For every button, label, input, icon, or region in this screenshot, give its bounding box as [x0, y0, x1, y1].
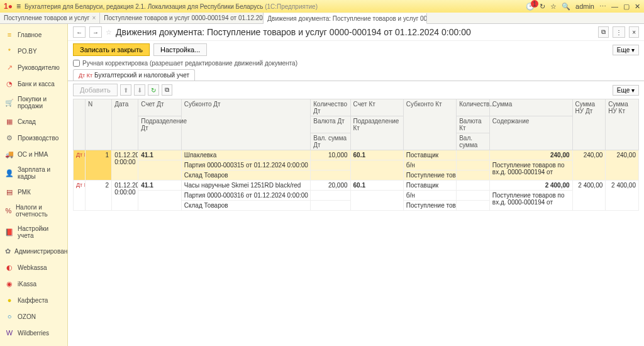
refresh-button[interactable]: ↻: [148, 84, 159, 96]
sidebar-item-label: Настройки учета: [18, 225, 62, 239]
more-button[interactable]: Еще ▾: [613, 45, 639, 55]
user-label[interactable]: admin: [575, 3, 594, 10]
sidebar-item-label: Зарплата и кадры: [18, 166, 62, 180]
sidebar-item-16[interactable]: ○OZON: [0, 308, 67, 325]
titlebar: 1● ≡ Бухгалтерия для Беларуси, редакция …: [0, 0, 644, 13]
command-bar: Записать и закрыть Настройка... Еще ▾: [68, 41, 644, 59]
sidebar-item-label: Wildberries: [18, 330, 49, 337]
sidebar-item-1[interactable]: *PO.BY: [0, 43, 67, 59]
settings-button[interactable]: Настройка...: [153, 43, 207, 56]
minimize-icon[interactable]: —: [611, 3, 618, 10]
sidebar-item-8[interactable]: 👤Зарплата и кадры: [0, 162, 67, 184]
производство-icon: ⚙: [5, 133, 14, 142]
tab-1[interactable]: Поступление товаров и услуг 0000-000194 …: [100, 13, 264, 23]
ос и нма-icon: 🚚: [5, 150, 14, 159]
рмк-icon: ▤: [5, 187, 14, 196]
sidebar-item-14[interactable]: ◉iKassa: [0, 276, 67, 292]
manual-edit-checkbox-row: Ручная корректировка (разрешает редактир…: [68, 59, 644, 68]
more-actions-icon[interactable]: ⋮: [613, 26, 625, 38]
настройки учета-icon: 📕: [5, 228, 14, 237]
sidebar-item-6[interactable]: ⚙Производство: [0, 130, 67, 146]
sidebar-item-label: Webkassa: [18, 264, 47, 271]
ozon-icon: ○: [5, 312, 14, 321]
sidebar-item-2[interactable]: ↗Руководителю: [0, 59, 67, 75]
sidebar-item-9[interactable]: ▤РМК: [0, 184, 67, 200]
sidebar-item-label: Покупки и продажи: [18, 96, 62, 109]
content-area: ← → ☆ Движения документа: Поступление то…: [68, 24, 644, 346]
app-logo-icon: 1●: [4, 2, 13, 11]
sidebar-item-label: Главное: [18, 31, 42, 38]
sidebar-item-10[interactable]: %Налоги и отчетность: [0, 200, 67, 221]
sidebar: ≡Главное*PO.BY↗Руководителю◔Банк и касса…: [0, 24, 68, 346]
title-right-controls: 🕑1 ↻ ☆ 🔍 admin ⋯ — ▢ ✕: [526, 3, 640, 11]
sidebar-item-5[interactable]: ▦Склад: [0, 113, 67, 130]
close-icon[interactable]: ✕: [635, 3, 640, 11]
зарплата и кадры-icon: 👤: [5, 169, 14, 177]
sidebar-item-label: РМК: [18, 189, 31, 196]
app-title: Бухгалтерия для Беларуси, редакция 2.1. …: [25, 3, 522, 10]
manual-edit-checkbox[interactable]: [73, 60, 80, 67]
options-icon[interactable]: ⋯: [599, 3, 606, 11]
table-row[interactable]: Дт Кт201.12.2024 0:00:0041.1Часы наручны…: [74, 181, 639, 191]
subtab-accounting[interactable]: Дт КтБухгалтерский и налоговый учет: [73, 69, 195, 81]
склад-icon: ▦: [5, 117, 14, 126]
главное-icon: ≡: [5, 30, 14, 39]
table-row[interactable]: Партия 0000-000316 от 01.12.2024 0:00:00…: [74, 191, 639, 201]
star-icon[interactable]: ☆: [106, 28, 112, 36]
sidebar-item-label: Каффеста: [18, 297, 48, 304]
po.by-icon: *: [5, 47, 14, 55]
close-icon[interactable]: ×: [629, 26, 639, 38]
nav-back-button[interactable]: ←: [73, 26, 86, 38]
руководителю-icon: ↗: [5, 63, 14, 72]
tab-0[interactable]: Поступление товаров и услуг×: [0, 13, 100, 23]
menu-icon[interactable]: ≡: [16, 2, 21, 11]
wildberries-icon: W: [5, 328, 14, 337]
move-down-button[interactable]: ⬇: [134, 84, 145, 96]
grid-more-button[interactable]: Еще ▾: [613, 85, 639, 96]
sidebar-item-label: Администрирование: [14, 248, 68, 255]
move-up-button[interactable]: ⬆: [120, 84, 131, 96]
sidebar-item-label: Налоги и отчетность: [16, 204, 62, 218]
sidebar-item-label: ОС и НМА: [18, 151, 48, 158]
table-row[interactable]: Дт Кт101.12.2024 0:00:0041.1Шпаклевка10,…: [74, 150, 639, 160]
банк и касса-icon: ◔: [5, 79, 14, 88]
sidebar-item-0[interactable]: ≡Главное: [0, 26, 67, 43]
sidebar-item-label: OZON: [18, 313, 36, 320]
manual-edit-label: Ручная корректировка (разрешает редактир…: [82, 60, 297, 67]
sidebar-item-7[interactable]: 🚚ОС и НМА: [0, 146, 67, 162]
document-header: ← → ☆ Движения документа: Поступление то…: [68, 24, 644, 41]
sidebar-item-3[interactable]: ◔Банк и касса: [0, 75, 67, 92]
sidebar-item-label: Склад: [18, 118, 36, 125]
copy-button[interactable]: ⧉: [162, 84, 172, 96]
tab-2[interactable]: Движения документа: Поступление товаров …: [264, 13, 427, 24]
налоги и отчетность-icon: %: [5, 206, 12, 215]
subtabbar: Дт КтБухгалтерский и налоговый учет: [68, 69, 644, 81]
sidebar-item-15[interactable]: ●Каффеста: [0, 292, 67, 308]
администрирование-icon: ✿: [5, 247, 11, 255]
add-row-button[interactable]: Добавить: [73, 84, 118, 96]
nav-fwd-button[interactable]: →: [89, 26, 102, 38]
sidebar-item-13[interactable]: ◐Webkassa: [0, 259, 67, 276]
ledger-icon: Дт Кт: [79, 72, 92, 79]
close-icon[interactable]: ×: [92, 14, 96, 21]
grid-command-bar: Добавить ⬆ ⬇ ↻ ⧉ Еще ▾: [68, 81, 644, 99]
open-window-icon[interactable]: ⧉: [598, 26, 609, 38]
movements-grid[interactable]: N Дата Счет Дт Субконто Дт Количество Дт…: [73, 99, 639, 211]
table-row[interactable]: Партия 0000-000315 от 01.12.2024 0:00:00…: [74, 160, 639, 170]
favorite-icon[interactable]: ☆: [550, 3, 557, 11]
sidebar-item-label: Банк и касса: [18, 81, 55, 87]
notifications-icon[interactable]: 🕑1: [526, 3, 535, 11]
sidebar-item-4[interactable]: 🛒Покупки и продажи: [0, 92, 67, 113]
page-title: Движения документа: Поступление товаров …: [116, 27, 471, 37]
sidebar-item-12[interactable]: ✿Администрирование: [0, 243, 67, 259]
sidebar-item-11[interactable]: 📕Настройки учета: [0, 221, 67, 243]
history-icon[interactable]: ↻: [540, 3, 545, 11]
search-icon[interactable]: 🔍: [562, 3, 570, 11]
sidebar-item-label: iKassa: [18, 281, 36, 287]
save-close-button[interactable]: Записать и закрыть: [73, 43, 150, 56]
sidebar-item-label: PO.BY: [18, 48, 37, 55]
webkassa-icon: ◐: [5, 263, 14, 272]
sidebar-item-17[interactable]: WWildberries: [0, 325, 67, 341]
maximize-icon[interactable]: ▢: [623, 3, 630, 11]
tabbar: Поступление товаров и услуг× Поступление…: [0, 13, 644, 24]
